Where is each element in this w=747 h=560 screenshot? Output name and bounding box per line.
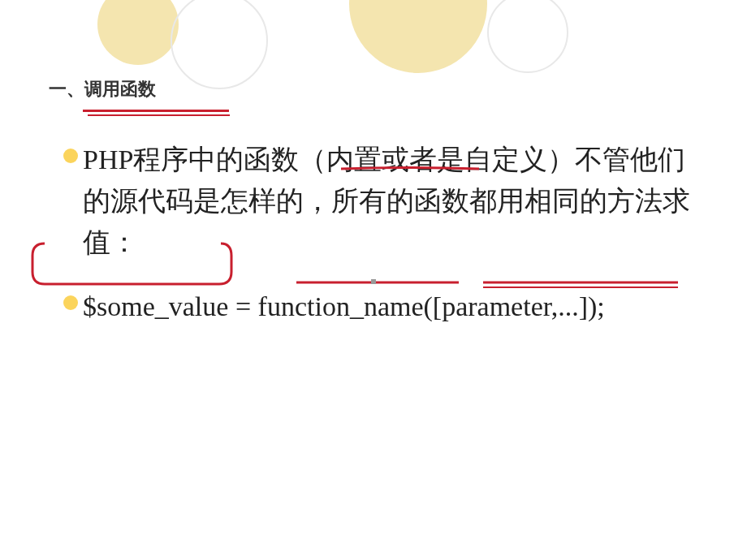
bullet-item-1: PHP程序中的函数（内置或者是自定义）不管他们的源代码是怎样的，所有的函数都用相… [49, 139, 690, 263]
bullet-text-2: $some_value = function_name([parameter,.… [83, 286, 605, 327]
page-indicator-icon [371, 279, 376, 284]
slide-title: 一、调用函数 [49, 77, 690, 101]
bullet-text-1: PHP程序中的函数（内置或者是自定义）不管他们的源代码是怎样的，所有的函数都用相… [83, 139, 690, 263]
title-underline-annotation-1 [83, 110, 229, 112]
title-underline-annotation-2 [88, 114, 230, 116]
bullet-item-2: $some_value = function_name([parameter,.… [49, 286, 690, 327]
bullet-icon [63, 149, 78, 163]
slide-content: 一、调用函数 PHP程序中的函数（内置或者是自定义）不管他们的源代码是怎样的，所… [0, 0, 747, 327]
bullet-icon [63, 295, 78, 310]
